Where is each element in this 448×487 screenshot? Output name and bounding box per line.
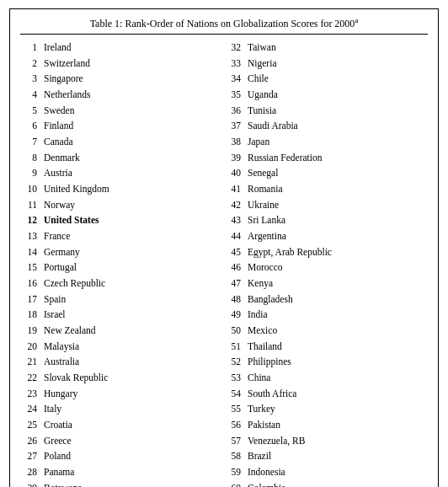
country-name: Morocco bbox=[248, 260, 428, 275]
table-row: 48Bangladesh bbox=[224, 292, 428, 308]
rank-number: 54 bbox=[224, 387, 248, 401]
table-row: 20Malaysia bbox=[20, 339, 224, 355]
table-row: 42Ukraine bbox=[224, 197, 428, 213]
rank-number: 13 bbox=[20, 229, 44, 244]
table-row: 24Italy bbox=[20, 401, 224, 417]
rank-number: 40 bbox=[224, 166, 248, 180]
right-column: 32Taiwan33Nigeria34Chile35Uganda36Tunisi… bbox=[224, 40, 428, 487]
table-row: 4Netherlands bbox=[20, 87, 224, 103]
table-row: 55Turkey bbox=[224, 401, 428, 417]
rank-number: 57 bbox=[224, 434, 248, 448]
country-name: Taiwan bbox=[248, 40, 428, 55]
table-row: 39Russian Federation bbox=[224, 150, 428, 166]
table-row: 17Spain bbox=[20, 292, 224, 308]
country-name: United States bbox=[44, 213, 224, 227]
table-row: 5Sweden bbox=[20, 103, 224, 119]
rank-number: 42 bbox=[224, 198, 248, 212]
rank-number: 49 bbox=[224, 308, 248, 322]
rank-number: 51 bbox=[224, 340, 248, 354]
rank-number: 47 bbox=[224, 276, 248, 291]
table-row: 25Croatia bbox=[20, 417, 224, 433]
table-row: 9Austria bbox=[20, 165, 224, 181]
rank-number: 8 bbox=[20, 151, 44, 165]
table-row: 50Mexico bbox=[224, 323, 428, 339]
rank-number: 2 bbox=[20, 56, 44, 71]
title-superscript: a bbox=[355, 16, 358, 24]
rank-number: 18 bbox=[20, 308, 44, 322]
table-row: 35Uganda bbox=[224, 87, 428, 103]
table-row: 7Canada bbox=[20, 134, 224, 150]
rank-number: 27 bbox=[20, 449, 44, 463]
country-name: Kenya bbox=[248, 276, 428, 291]
rank-number: 58 bbox=[224, 449, 248, 463]
country-name: Thailand bbox=[248, 340, 428, 354]
table-row: 21Australia bbox=[20, 354, 224, 370]
table-row: 29Botswana bbox=[20, 480, 224, 487]
rank-number: 32 bbox=[224, 40, 248, 55]
country-name: Chile bbox=[248, 72, 428, 86]
rank-number: 28 bbox=[20, 465, 44, 479]
table-row: 6Finland bbox=[20, 118, 224, 134]
country-name: Portugal bbox=[44, 260, 224, 275]
country-name: Senegal bbox=[248, 166, 428, 180]
rank-number: 59 bbox=[224, 465, 248, 479]
table-row: 52Philippines bbox=[224, 354, 428, 370]
table-row: 3Singapore bbox=[20, 71, 224, 87]
country-name: Egypt, Arab Republic bbox=[248, 245, 428, 260]
rank-number: 26 bbox=[20, 434, 44, 448]
country-name: Colombia bbox=[248, 481, 428, 487]
table-row: 22Slovak Republic bbox=[20, 370, 224, 386]
table-row: 36Tunisia bbox=[224, 103, 428, 119]
table-row: 53China bbox=[224, 370, 428, 386]
country-name: South Africa bbox=[248, 387, 428, 401]
rank-number: 21 bbox=[20, 355, 44, 369]
country-name: Netherlands bbox=[44, 88, 224, 102]
rank-number: 33 bbox=[224, 56, 248, 71]
rank-number: 37 bbox=[224, 119, 248, 133]
country-name: Israel bbox=[44, 308, 224, 322]
country-name: Malaysia bbox=[44, 340, 224, 354]
rank-number: 52 bbox=[224, 355, 248, 369]
rank-number: 53 bbox=[224, 371, 248, 385]
rank-number: 9 bbox=[20, 166, 44, 180]
table-row: 43Sri Lanka bbox=[224, 212, 428, 228]
table-row: 11Norway bbox=[20, 197, 224, 213]
country-name: Croatia bbox=[44, 418, 224, 432]
table-row: 46Morocco bbox=[224, 260, 428, 276]
country-name: Singapore bbox=[44, 72, 224, 86]
rank-number: 4 bbox=[20, 88, 44, 102]
country-name: New Zealand bbox=[44, 324, 224, 338]
rank-number: 41 bbox=[224, 182, 248, 196]
table-row: 59Indonesia bbox=[224, 464, 428, 480]
country-name: China bbox=[248, 371, 428, 385]
country-name: Tunisia bbox=[248, 104, 428, 118]
rank-number: 38 bbox=[224, 135, 248, 149]
rank-number: 11 bbox=[20, 198, 44, 212]
rank-number: 20 bbox=[20, 340, 44, 354]
country-name: France bbox=[44, 229, 224, 244]
rank-number: 10 bbox=[20, 182, 44, 196]
rank-number: 3 bbox=[20, 72, 44, 86]
table-row: 58Brazil bbox=[224, 448, 428, 464]
table-row: 60Colombia bbox=[224, 480, 428, 487]
country-name: Botswana bbox=[44, 481, 224, 487]
country-name: Finland bbox=[44, 119, 224, 133]
table-row: 13France bbox=[20, 228, 224, 244]
rank-number: 56 bbox=[224, 418, 248, 432]
rank-number: 46 bbox=[224, 260, 248, 275]
country-name: Mexico bbox=[248, 324, 428, 338]
table-row: 16Czech Republic bbox=[20, 276, 224, 292]
country-name: Canada bbox=[44, 135, 224, 149]
rank-number: 23 bbox=[20, 387, 44, 401]
country-name: Norway bbox=[44, 198, 224, 212]
rank-number: 35 bbox=[224, 88, 248, 102]
country-name: Poland bbox=[44, 449, 224, 463]
rank-number: 48 bbox=[224, 292, 248, 307]
rank-number: 29 bbox=[20, 481, 44, 487]
country-name: Argentina bbox=[248, 229, 428, 244]
rank-number: 16 bbox=[20, 276, 44, 291]
table-row: 51Thailand bbox=[224, 339, 428, 355]
country-name: Hungary bbox=[44, 387, 224, 401]
rank-number: 45 bbox=[224, 245, 248, 260]
table-row: 10United Kingdom bbox=[20, 181, 224, 197]
